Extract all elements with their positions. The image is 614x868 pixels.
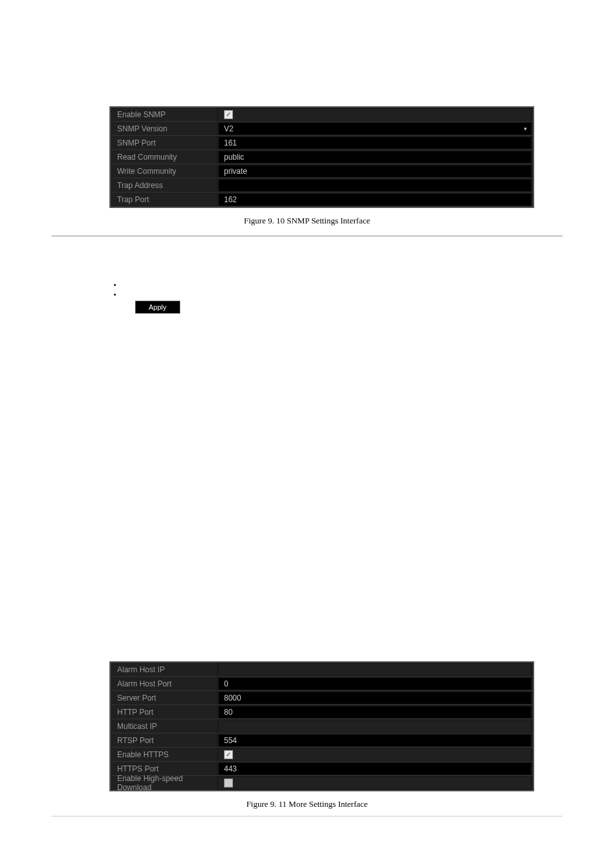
dropdown-field[interactable]: V2▾ (219, 123, 531, 135)
text-field[interactable]: 162 (219, 194, 531, 205)
field-label: Alarm Host Port (111, 677, 217, 690)
field-label: Enable HTTPS (111, 748, 217, 761)
table-row: Server Port8000 (111, 691, 533, 705)
checkbox-field[interactable]: ✓ (219, 749, 531, 760)
table-row: SNMP VersionV2▾ (111, 122, 533, 136)
field-label: RTSP Port (111, 733, 217, 747)
figure-caption-snmp: Figure 9. 10 SNMP Settings Interface (51, 216, 563, 226)
field-label: Trap Port (111, 193, 217, 207)
field-label: SNMP Version (111, 122, 217, 135)
checkbox-checked-icon[interactable]: ✓ (224, 110, 233, 119)
chevron-down-icon[interactable]: ▾ (524, 126, 527, 132)
field-label: Write Community (111, 164, 217, 178)
bullet-list (122, 281, 563, 298)
figure-caption-more: Figure 9. 11 More Settings Interface (51, 799, 563, 809)
text-field[interactable]: private (219, 165, 531, 177)
list-item (122, 291, 563, 298)
divider (51, 816, 563, 816)
more-settings-panel: Alarm Host IPAlarm Host Port0Server Port… (109, 661, 534, 791)
field-label: HTTPS Port (111, 762, 217, 775)
table-row: Trap Address (111, 178, 533, 193)
table-row: HTTP Port80 (111, 705, 533, 719)
checkbox-field[interactable] (219, 777, 531, 789)
list-item (122, 281, 563, 288)
snmp-settings-panel: Enable SNMP✓SNMP VersionV2▾SNMP Port161R… (109, 106, 534, 208)
checkbox-unchecked-icon[interactable] (224, 778, 233, 788)
checkbox-field[interactable]: ✓ (219, 109, 531, 120)
field-label: SNMP Port (111, 136, 217, 149)
table-row: Enable HTTPS✓ (111, 748, 533, 762)
text-field[interactable]: 443 (219, 763, 531, 775)
field-label: Multicast IP (111, 719, 217, 733)
text-field[interactable] (219, 180, 531, 191)
divider (51, 236, 563, 236)
field-label: HTTP Port (111, 705, 217, 719)
table-row: SNMP Port161 (111, 136, 533, 150)
field-label: Trap Address (111, 178, 217, 192)
table-row: Write Communityprivate (111, 164, 533, 178)
text-field[interactable]: 8000 (219, 692, 531, 704)
table-row: Multicast IP (111, 719, 533, 733)
text-field[interactable] (219, 721, 531, 732)
apply-button[interactable]: Apply (135, 301, 180, 314)
table-row: Alarm Host IP (111, 663, 533, 677)
table-row: Enable High-speed Download (111, 776, 533, 790)
table-row: RTSP Port554 (111, 733, 533, 748)
field-label: Alarm Host IP (111, 663, 217, 676)
text-field[interactable]: 0 (219, 678, 531, 690)
table-row: Enable SNMP✓ (111, 108, 533, 122)
text-field[interactable]: 554 (219, 735, 531, 746)
text-field[interactable]: 161 (219, 137, 531, 149)
field-label: Read Community (111, 150, 217, 164)
text-field[interactable] (219, 664, 531, 675)
text-field[interactable]: 80 (219, 706, 531, 718)
table-row: Alarm Host Port0 (111, 677, 533, 691)
table-row: Read Communitypublic (111, 150, 533, 164)
field-label: Server Port (111, 691, 217, 704)
field-label: Enable SNMP (111, 108, 217, 121)
field-label: Enable High-speed Download (111, 776, 217, 790)
table-row: Trap Port162 (111, 193, 533, 207)
text-field[interactable]: public (219, 151, 531, 163)
checkbox-checked-icon[interactable]: ✓ (224, 750, 233, 759)
